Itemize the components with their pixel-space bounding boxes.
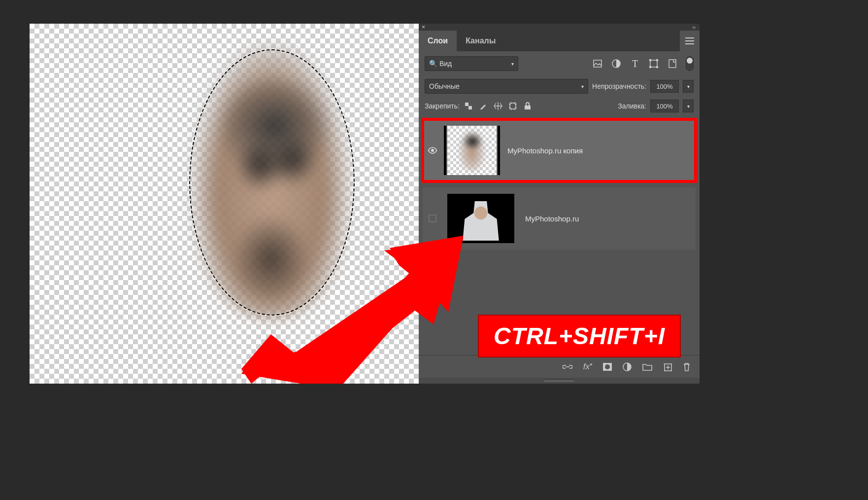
opacity-label: Непрозрачность:: [592, 82, 646, 90]
lock-all-icon[interactable]: [523, 101, 533, 111]
image-icon[interactable]: [592, 58, 603, 69]
visibility-toggle[interactable]: [423, 214, 442, 222]
collapse-icon[interactable]: ‹‹: [692, 25, 696, 30]
shortcut-badge: CTRL+SHIFT+I: [478, 315, 681, 357]
fill-flyout[interactable]: ▾: [683, 100, 694, 112]
canvas[interactable]: [30, 24, 419, 384]
tab-channels[interactable]: Каналы: [457, 31, 504, 51]
panel-tabs: Слои Каналы: [419, 31, 700, 51]
link-icon[interactable]: [563, 364, 572, 370]
trash-icon[interactable]: [683, 362, 691, 371]
lock-transparent-icon[interactable]: [464, 101, 473, 111]
filter-type-icons: T: [592, 56, 694, 71]
chevron-down-icon: ▾: [581, 84, 584, 89]
opacity-value[interactable]: 100%: [650, 80, 679, 93]
blend-mode-value: Обычные: [429, 82, 460, 90]
svg-rect-15: [429, 215, 436, 222]
tab-layers[interactable]: Слои: [419, 31, 457, 51]
svg-rect-4: [656, 59, 658, 61]
marquee-selection[interactable]: [189, 49, 355, 316]
lock-label: Закрепить:: [425, 102, 460, 110]
svg-point-17: [605, 364, 610, 369]
lock-paint-icon[interactable]: [478, 101, 488, 111]
layer-thumbnail[interactable]: [447, 194, 514, 243]
group-icon[interactable]: [642, 363, 652, 371]
adjustment-layer-icon[interactable]: [623, 362, 632, 371]
svg-rect-3: [649, 59, 651, 61]
fx-icon[interactable]: fx▾: [583, 362, 592, 372]
mask-icon[interactable]: [603, 363, 612, 371]
svg-rect-12: [510, 103, 516, 109]
svg-rect-8: [465, 103, 468, 106]
layer-row[interactable]: MyPhotoshop.ru: [423, 187, 696, 250]
svg-rect-2: [650, 60, 657, 67]
svg-rect-11: [465, 106, 468, 109]
chevron-down-icon: ▾: [511, 61, 514, 67]
filter-toggle[interactable]: [686, 56, 694, 71]
new-layer-icon[interactable]: [663, 362, 672, 371]
panel-footer: fx▾: [419, 355, 700, 378]
lock-row: Закрепить: Заливка: 100% ▾: [419, 97, 700, 115]
svg-rect-7: [669, 60, 676, 68]
type-icon[interactable]: T: [630, 58, 640, 69]
lock-position-icon[interactable]: [493, 101, 503, 111]
adjustment-icon[interactable]: [611, 58, 622, 69]
svg-rect-5: [649, 66, 651, 68]
shape-icon[interactable]: [648, 58, 659, 69]
blend-mode-select[interactable]: Обычные ▾: [425, 79, 588, 94]
svg-rect-9: [468, 106, 472, 109]
svg-rect-13: [525, 106, 531, 109]
resize-grip[interactable]: [419, 378, 700, 384]
filter-kind-label: Вид: [439, 60, 452, 68]
layer-thumbnail[interactable]: [447, 126, 497, 175]
opacity-flyout[interactable]: ▾: [683, 80, 694, 93]
layer-name[interactable]: MyPhotoshop.ru: [525, 214, 579, 223]
lock-artboard-icon[interactable]: [508, 101, 518, 111]
eye-icon: [428, 147, 437, 154]
filter-row: 🔍 Вид ▾ T: [419, 51, 700, 76]
layer-row[interactable]: MyPhotoshop.ru копия: [423, 119, 696, 181]
blend-row: Обычные ▾ Непрозрачность: 100% ▾: [419, 76, 700, 97]
filter-kind-select[interactable]: 🔍 Вид ▾: [425, 56, 518, 71]
layer-name[interactable]: MyPhotoshop.ru копия: [507, 146, 583, 155]
visibility-toggle[interactable]: [423, 147, 442, 154]
panel-menu-button[interactable]: [680, 31, 700, 51]
search-icon: 🔍: [429, 60, 437, 68]
workspace: × ‹‹ Слои Каналы 🔍 Вид ▾ T: [30, 24, 719, 384]
close-icon[interactable]: ×: [422, 24, 425, 31]
svg-rect-10: [468, 103, 472, 106]
lock-icons: [464, 101, 533, 111]
fill-label: Заливка:: [618, 102, 646, 110]
svg-point-14: [431, 149, 434, 152]
smartobject-icon[interactable]: [667, 58, 678, 69]
svg-rect-6: [656, 66, 658, 68]
fill-value[interactable]: 100%: [650, 100, 679, 112]
panel-titlebar: × ‹‹: [419, 24, 700, 31]
svg-rect-0: [594, 60, 601, 67]
